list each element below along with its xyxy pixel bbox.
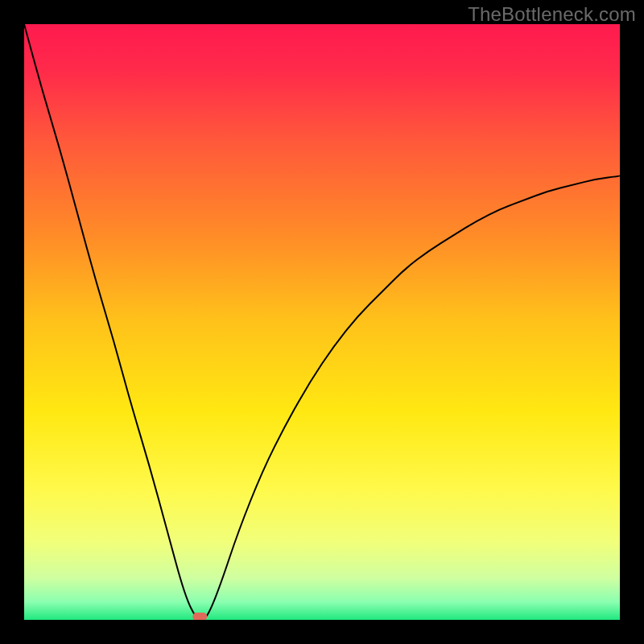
plot-area (24, 24, 620, 620)
minimum-marker (192, 613, 207, 620)
chart-svg (24, 24, 620, 620)
gradient-background (24, 24, 620, 620)
watermark-text: TheBottleneck.com (468, 3, 636, 26)
chart-container: TheBottleneck.com (0, 0, 644, 644)
